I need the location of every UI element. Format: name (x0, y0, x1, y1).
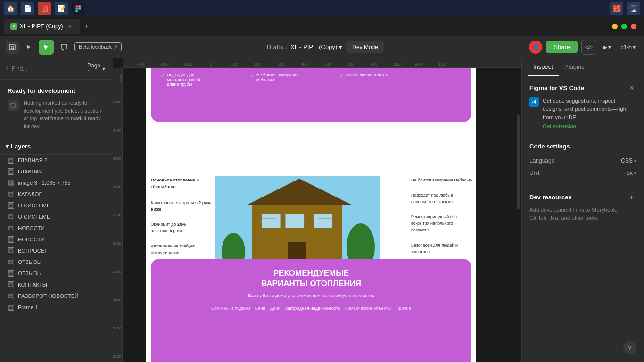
frame-icon (8, 168, 14, 175)
tab-favicon: F (10, 23, 17, 30)
layer-name: Frame 1 (18, 304, 107, 310)
svg-rect-3 (75, 10, 78, 12)
share-button[interactable]: Share (546, 41, 578, 53)
frame-icon (8, 259, 14, 265)
taskbar-icon-doc[interactable]: 📄 (21, 2, 34, 15)
breadcrumb-drafts[interactable]: Drafts (267, 43, 283, 50)
help-button[interactable]: ? (623, 341, 636, 354)
feature-left-1: Основное отопление и тёплый пол (151, 176, 212, 189)
ready-icon (8, 100, 19, 111)
move-tool-button[interactable] (22, 40, 37, 55)
unit-dropdown-icon: ▾ (634, 170, 636, 175)
taskbar-icon-window2[interactable]: 🖥️ (627, 2, 640, 15)
svg-rect-9 (13, 47, 14, 49)
layer-name: ОТЗЫВЫ (18, 271, 107, 276)
search-input[interactable] (12, 66, 83, 72)
layer-item[interactable]: Frame 1 (0, 302, 113, 313)
close-button[interactable] (631, 24, 636, 29)
layer-item[interactable]: image 3 · 1,085 × 755 (0, 177, 113, 189)
layers-list: ГЛАВНАЯ 2 ГЛАВНАЯ image 3 · 1,085 × 755 (0, 155, 113, 362)
frame-icon (8, 304, 14, 311)
tab-xl-pipe[interactable]: F XL - PIPE (Copy) ✕ (4, 19, 80, 34)
layer-item[interactable]: КАТАЛОГ (0, 189, 113, 200)
layer-item[interactable]: КОНТАКТЫ (0, 279, 113, 290)
right-panel: Inspect Plugins Figma for VS Code ✕ (521, 58, 644, 362)
dev-resources-section: Dev resources + Add development links to… (522, 186, 644, 230)
taskbar-icon-edit[interactable]: 📝 (55, 2, 68, 15)
feature-left-4: Автономен не требует обслуживания (151, 242, 212, 255)
taskbar-icon-home[interactable]: 🏠 (4, 2, 17, 15)
select-tool-button[interactable] (39, 40, 54, 55)
layers-collapse-icon[interactable]: ▾ (6, 143, 9, 150)
get-extension-link[interactable]: Get extension (543, 123, 636, 129)
breadcrumb-separator: / (286, 43, 288, 50)
layer-item[interactable]: О СИСТЕМЕ (0, 200, 113, 211)
tab-add-button[interactable]: + (80, 20, 93, 33)
comment-tool-button[interactable] (57, 40, 72, 55)
layer-item[interactable]: ГЛАВНАЯ (0, 166, 113, 177)
taskbar-icon-pdf[interactable]: 📕 (38, 2, 51, 15)
feature-right-1: Не боится запирания мебелью (411, 176, 472, 183)
svg-rect-34 (9, 249, 13, 253)
layers-menu-button[interactable]: ... (98, 142, 107, 150)
code-settings-section: Code settings Language CSS ▾ Unit px ▾ (522, 136, 644, 186)
tab-bani[interactable]: Бани (255, 304, 265, 312)
layer-item[interactable]: ГЛАВНАЯ 2 (0, 155, 113, 166)
layer-item[interactable]: О СИСТЕМЕ (0, 211, 113, 222)
toolbar-right: 👤 Share </> ▶ ▾ 51% ▾ (529, 40, 638, 55)
breadcrumb-current-file[interactable]: XL - PIPE (Copy) ▾ (290, 43, 342, 50)
canvas-area[interactable]: -300 -200 -100 0 100 200 300 400 500 600… (113, 58, 521, 362)
os-taskbar: 🏠 📄 📕 📝 🧱 🖥️ (0, 0, 644, 17)
svg-rect-2 (75, 8, 78, 10)
svg-rect-28 (9, 226, 13, 230)
maximize-button[interactable] (621, 24, 627, 29)
layer-item[interactable]: ОТЗЫВЫ (0, 268, 113, 279)
ready-for-dev-title: Ready for development (8, 87, 105, 94)
tab-zagoriodna[interactable]: Загородная недвижимость (285, 304, 340, 312)
language-selector[interactable]: CSS ▾ (621, 157, 636, 164)
layer-item[interactable]: ВОПРОСЫ (0, 245, 113, 256)
tab-others[interactable]: Прочие (396, 304, 411, 312)
layer-item[interactable]: РАЗВОРОТ НОВОСТЕЙ (0, 290, 113, 302)
language-row: Language CSS ▾ (529, 155, 636, 167)
devmode-button[interactable]: Dev Mode (346, 41, 384, 53)
tab-bar: F XL - PIPE (Copy) ✕ + (0, 17, 644, 36)
layer-name: КОНТАКТЫ (18, 282, 107, 288)
taskbar-icon-figma[interactable] (72, 2, 85, 15)
home-button[interactable] (6, 41, 19, 54)
layer-item[interactable]: НОВОСТИ (0, 234, 113, 245)
recommended-title: РЕКОМЕНДУЕМЫЕВАРИАНТЫ ОТОПЛЕНИЯ (261, 268, 361, 289)
minimize-button[interactable] (612, 24, 618, 29)
canvas-scrollbar[interactable] (517, 115, 520, 209)
ready-for-dev-section: Ready for development Nothing marked as … (0, 80, 113, 138)
frame-icon (8, 191, 14, 197)
tab-close-icon[interactable]: ✕ (66, 23, 74, 30)
tab-balcony[interactable]: Балконы и лоджии (211, 304, 250, 312)
tab-plugins[interactable]: Plugins (559, 58, 590, 76)
tab-commercial[interactable]: Комерческие объекты (345, 304, 391, 312)
main-area: Page 1 ▾ Ready for development Nothing m… (0, 58, 644, 362)
layer-item[interactable]: НОВОСТИ (0, 222, 113, 234)
play-button[interactable]: ▶ ▾ (600, 42, 614, 52)
code-view-button[interactable]: </> (581, 40, 596, 55)
image-icon (8, 180, 14, 186)
svg-rect-8 (11, 47, 12, 49)
layer-item[interactable]: ОТЗЫВЫ (0, 256, 113, 268)
avatar[interactable]: 👤 (529, 41, 542, 54)
canvas-content: ✓ Подходит для монтажа на всей длине тру… (123, 68, 521, 362)
tab-dachi[interactable]: Дачи (270, 304, 281, 312)
beta-label: Beta feedback ↗ (79, 44, 117, 50)
page-selector[interactable]: Page 1 ▾ (85, 62, 107, 75)
page-dropdown-icon: ▾ (102, 66, 105, 72)
zoom-indicator[interactable]: 51% ▾ (618, 42, 638, 52)
vscode-close-button[interactable]: ✕ (627, 83, 636, 92)
layer-name: ВОПРОСЫ (18, 248, 107, 254)
add-resource-button[interactable]: + (627, 193, 636, 202)
frame-icon (8, 293, 14, 299)
ruler-left: 2200 2300 2400 2500 2600 2700 2800 2900 … (113, 68, 123, 362)
unit-selector[interactable]: px ▾ (627, 170, 636, 176)
tab-inspect[interactable]: Inspect (528, 58, 559, 76)
svg-rect-19 (9, 192, 13, 196)
taskbar-icon-window1[interactable]: 🧱 (610, 2, 623, 15)
beta-feedback-button[interactable]: Beta feedback ↗ (74, 42, 122, 51)
